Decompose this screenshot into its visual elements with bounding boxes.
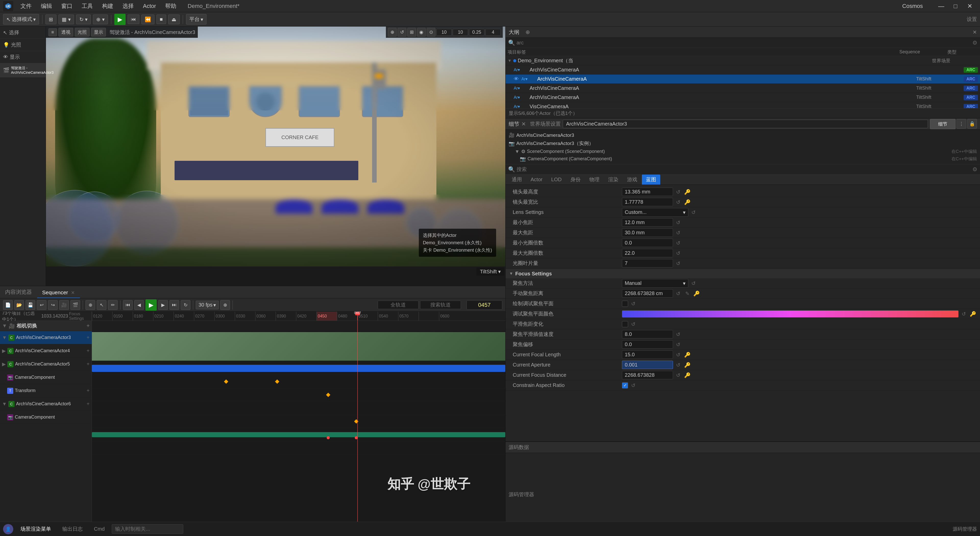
camera-switch-expand[interactable]: ▼ — [2, 323, 7, 329]
drive-mode-tab[interactable]: 🎬 驾驶激活 - ArchVisCineCameraActor3 — [0, 63, 46, 77]
cam3-expand[interactable]: ▼ — [2, 335, 7, 340]
max-focal-reset[interactable]: ↺ — [674, 229, 682, 237]
manual-focus-reset[interactable]: ↺ — [674, 289, 682, 297]
seq-go-end[interactable]: ⏭ — [169, 300, 179, 310]
seq-select-tool[interactable]: ↖ — [97, 300, 107, 310]
cmd-tab[interactable]: Cmd — [90, 525, 109, 533]
track-cam6[interactable]: ▼ C ArchVisCineCameraActor6 + — [0, 398, 92, 411]
scale-button[interactable]: ⊕ ▾ — [93, 14, 108, 24]
cam3-add[interactable]: + — [86, 335, 89, 340]
outline-row-cam-a[interactable]: Ar▾ ArchVisCineCameraA ARC — [506, 65, 980, 75]
vp-icon-4[interactable]: ◉ — [417, 28, 426, 37]
outline-row-demo-env[interactable]: ▼ Demo_Environment（当 世界场景 — [506, 56, 980, 65]
camera-component-row[interactable]: 📷 CameraComponent (CameraComponent) 在C++… — [515, 155, 977, 162]
vp-icon-1[interactable]: ⊕ — [388, 28, 396, 37]
seq-marker-btn[interactable]: ⊕ — [86, 300, 95, 310]
aperture-blades-reset[interactable]: ↺ — [674, 259, 682, 267]
lens-settings-reset[interactable]: ↺ — [689, 208, 697, 216]
focal-ratio-input[interactable]: 1.77778 — [622, 198, 673, 206]
color-picker-bar[interactable] — [622, 310, 959, 318]
track-cam-comp-1[interactable]: 📷 CameraComponent — [0, 371, 92, 384]
seq-open-btn[interactable]: 📂 — [14, 300, 24, 310]
menu-tools[interactable]: 工具 — [78, 1, 97, 11]
details-kebab-btn[interactable]: ⋮ — [956, 119, 966, 129]
track-cam3[interactable]: ▼ C ArchVisCineCameraActor3 + — [0, 331, 92, 344]
sequencer-close-btn[interactable]: ✕ — [71, 290, 75, 295]
max-aperture-reset[interactable]: ↺ — [674, 249, 682, 257]
seq-draw-tool[interactable]: ✏ — [108, 300, 118, 310]
minimize-button[interactable]: — — [934, 0, 948, 12]
manual-focus-key[interactable]: 🔑 — [692, 289, 700, 297]
seq-search-input[interactable] — [378, 301, 418, 309]
timeline-cam-comp2-row[interactable] — [92, 441, 505, 455]
cam4-add[interactable]: + — [86, 348, 89, 354]
rotate-button[interactable]: ↻ ▾ — [76, 14, 91, 24]
step-back-button[interactable]: ⏮ — [127, 14, 139, 24]
stop-button[interactable]: ■ — [156, 14, 166, 24]
seq-camera-btn[interactable]: 🎥 — [59, 300, 69, 310]
constrain-aspect-checkbox[interactable] — [622, 382, 628, 388]
play-back-button[interactable]: ⏪ — [142, 14, 154, 24]
timeline-blue-row[interactable] — [92, 362, 505, 375]
current-focal-length-input[interactable]: 15.0 — [622, 350, 673, 359]
menu-file[interactable]: 文件 — [16, 1, 36, 11]
viewport-show-btn[interactable]: 显示 — [91, 28, 106, 37]
lens-settings-dropdown[interactable]: Custom... ▾ — [622, 208, 688, 217]
tab-general[interactable]: 通用 — [508, 175, 526, 184]
seq-loop[interactable]: ↻ — [181, 300, 190, 310]
max-focal-input[interactable]: 30.0 mm — [622, 229, 673, 237]
cam5-add[interactable]: + — [86, 361, 89, 367]
tab-actor[interactable]: Actor — [527, 175, 547, 184]
track-cam5[interactable]: ▶ C ArchVisCineCameraActor5 + — [0, 358, 92, 371]
debug-focus-reset[interactable]: ↺ — [629, 300, 637, 308]
seq-play[interactable]: ▶ — [145, 299, 157, 311]
seq-undo-btn[interactable]: ↩ — [37, 300, 46, 310]
cfl-reset[interactable]: ↺ — [674, 351, 682, 359]
tab-lod[interactable]: LOD — [547, 175, 566, 184]
platform-button[interactable]: 平台 ▾ — [186, 14, 207, 24]
seq-next-frame[interactable]: ▶ — [158, 300, 168, 310]
focal-height-reset[interactable]: ↺ — [674, 188, 682, 196]
details-lock-btn[interactable]: 🔒 — [967, 119, 977, 129]
actor-instance-row[interactable]: 🎥 ArchVisCineCameraActor3 — [509, 131, 977, 139]
viewport[interactable]: CORNER CAFE 选择其中的Actor Demo_Environment … — [46, 27, 505, 266]
play-button[interactable]: ▶ — [115, 14, 126, 25]
cmd-input[interactable] — [112, 524, 183, 534]
timeline-cam4-row[interactable] — [92, 375, 505, 388]
smooth-focus-checkbox[interactable] — [622, 321, 628, 327]
fps-select[interactable]: 30 fps ▾ — [196, 301, 219, 309]
manual-focus-pick[interactable]: ✎ — [683, 289, 691, 297]
menu-edit[interactable]: 编辑 — [37, 1, 56, 11]
outliner-search-input[interactable] — [517, 40, 971, 46]
timeline-clip-row-1[interactable]: ArchVisCinem — [92, 331, 505, 362]
min-focal-reset[interactable]: ↺ — [674, 218, 682, 227]
track-cam-comp-2[interactable]: 📷 CameraComponent — [0, 411, 92, 424]
eye-icon[interactable]: 👁 — [514, 76, 520, 82]
actor-name-input[interactable]: ArchVisCineCameraActor3 — [563, 120, 928, 128]
focus-speed-reset[interactable]: ↺ — [674, 330, 682, 339]
scene-component-row[interactable]: ▼ ⚙ SceneComponent (SceneComponent) 在C++… — [515, 148, 977, 155]
tab-blueprint[interactable]: 蓝图 — [642, 175, 660, 184]
mode-select-button[interactable]: ↖ 选择模式 ▾ — [3, 14, 39, 24]
viewport-menu-btn[interactable]: ≡ — [48, 28, 57, 36]
light-mode-tab[interactable]: 💡 光照 — [0, 39, 46, 51]
focus-speed-input[interactable]: 8.0 — [622, 330, 673, 339]
seq-render-btn[interactable]: 🎬 — [70, 300, 80, 310]
outline-row-cam-c[interactable]: Ar▾ ArchVisCineCameraA TiltShift ARC — [506, 84, 980, 93]
outline-row-cam-b[interactable]: 👁 Ar▾ ArchVisCineCameraA TiltShift ARC — [506, 75, 980, 84]
constrain-aspect-reset[interactable]: ↺ — [629, 381, 637, 390]
camera-mode-label[interactable]: TiltShift ▾ — [476, 267, 504, 276]
select-mode-tab[interactable]: ↖ 选择 — [0, 27, 46, 39]
focal-ratio-reset[interactable]: ↺ — [674, 198, 682, 206]
timeline-transform-row[interactable] — [92, 415, 505, 428]
eject-button[interactable]: ⏏ — [168, 14, 180, 24]
content-browser-tab[interactable]: 内容浏览器 — [0, 286, 37, 298]
cfd-key[interactable]: 🔑 — [683, 371, 691, 379]
tab-game[interactable]: 游戏 — [623, 175, 641, 184]
color-bar-reset[interactable]: ↺ — [959, 310, 968, 318]
add-component-btn[interactable]: 细节 — [930, 119, 956, 129]
max-aperture-input[interactable]: 22.0 — [622, 249, 673, 257]
focal-ratio-key[interactable]: 🔑 — [683, 198, 691, 206]
timeline-cam5-row[interactable] — [92, 388, 505, 401]
grid-button[interactable]: ▦ ▾ — [59, 14, 74, 24]
